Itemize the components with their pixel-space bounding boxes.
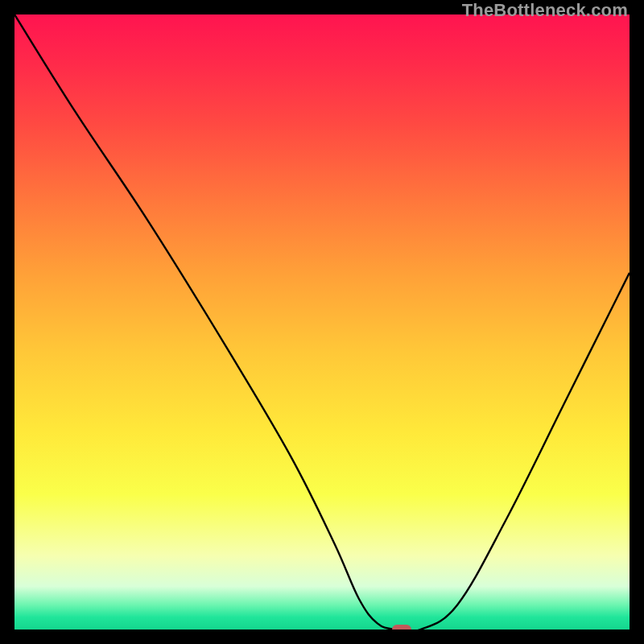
minimum-marker — [392, 625, 411, 630]
bottleneck-curve — [14, 14, 630, 630]
chart-frame: TheBottleneck.com — [0, 0, 644, 644]
curve-svg — [14, 14, 630, 630]
watermark-text: TheBottleneck.com — [462, 0, 628, 21]
plot-area — [14, 14, 630, 630]
